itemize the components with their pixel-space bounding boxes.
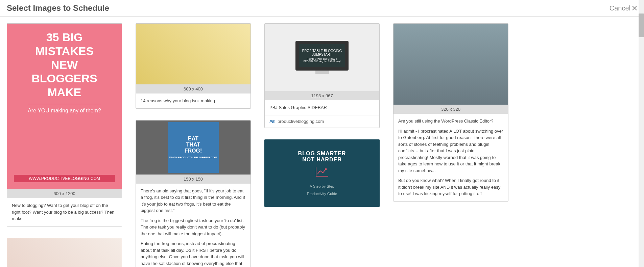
thumb-text: WWW.PRODUCTIVEBLOGGING.COM — [14, 175, 115, 182]
source-icon: PB — [269, 119, 275, 124]
thumb-text: MISTAKES — [35, 44, 94, 58]
modal-header: Select Images to Schedule Cancel — [0, 0, 644, 17]
scrollbar-handle[interactable] — [639, 14, 644, 37]
dimensions-label: 150 x 150 — [136, 175, 251, 184]
image-card[interactable]: BLOG SMARTER NOT HARDER A Step by Step P… — [264, 139, 380, 207]
thumb-text: 35 BIG — [46, 30, 83, 44]
thumbnail: 35 BIG MISTAKES NEW BLOGGERS MAKE Are YO… — [7, 24, 122, 189]
image-card[interactable]: EAT THAT FROG! WWW.PRODUCTIVEBLOGGING.CO… — [136, 120, 251, 267]
thumbnail: EAT THAT FROG! WWW.PRODUCTIVEBLOGGING.CO… — [136, 121, 251, 175]
dimensions-label: 320 x 320 — [393, 105, 508, 114]
thumb-text: NOT HARDER — [302, 157, 342, 163]
thumbnail: BLOG SMARTER NOT HARDER A Step by Step P… — [264, 139, 380, 207]
thumb-text: MAKE — [47, 85, 81, 99]
image-card[interactable]: 320 x 320 Are you still using the WordPr… — [393, 23, 508, 202]
cancel-label: Cancel — [610, 4, 630, 12]
page-title: Select Images to Schedule — [7, 3, 109, 13]
thumb-text: PROFITABLE blog the RIGHT way! — [302, 60, 342, 62]
desc-paragraph: Eating the frog means, instead of procra… — [141, 240, 246, 267]
card-description: PBJ Sales Graphic SIDEBAR — [265, 100, 379, 115]
card-description: Are you still using the WordPress Classi… — [393, 114, 508, 201]
source-row: PB productiveblogging.com — [265, 115, 379, 128]
image-gallery: 35 BIG MISTAKES NEW BLOGGERS MAKE Are YO… — [0, 17, 644, 267]
thumbnail — [393, 24, 508, 105]
card-description: New to blogging? Want to get your blog o… — [7, 198, 122, 226]
dimensions-label: 600 x 1200 — [7, 189, 122, 198]
card-description: 14 reasons why your blog isn't making — [136, 94, 251, 108]
thumb-text: WWW.PRODUCTIVEBLOGGING.COM — [169, 156, 217, 159]
vertical-scrollbar[interactable] — [639, 0, 644, 267]
cancel-button[interactable]: Cancel — [610, 4, 637, 12]
thumb-text: BLOG SMARTER — [298, 151, 346, 157]
thumb-text: How to START and GROW a — [302, 58, 342, 60]
desc-paragraph: The frog is the biggest ugliest task on … — [141, 217, 246, 237]
desc-paragraph: But do you know what? When I finally got… — [398, 177, 503, 197]
thumb-text: EAT — [188, 136, 198, 142]
thumb-text: NEW — [51, 58, 78, 72]
close-icon — [632, 5, 637, 11]
image-card[interactable]: PROFITABLE BLOGGING JUMPSTART How to STA… — [264, 23, 380, 128]
desc-paragraph: Are you still using the WordPress Classi… — [398, 118, 503, 125]
image-card[interactable]: 35 BIG MISTAKES NEW BLOGGERS MAKE Are YO… — [7, 23, 122, 226]
thumb-text: A Step by Step — [310, 184, 334, 188]
thumb-text: BLOGGERS — [31, 72, 97, 85]
thumb-text: JUMPSTART — [302, 53, 342, 56]
dimensions-label: 600 x 400 — [136, 84, 251, 94]
desc-paragraph: I'll admit - I procrastinated A LOT abou… — [398, 128, 503, 174]
image-card[interactable]: 600 x 400 How to edit a blog post (by an… — [7, 238, 122, 267]
thumb-text: Productivity Guide — [307, 192, 337, 196]
thumbnail — [7, 238, 122, 267]
source-domain: productiveblogging.com — [278, 119, 324, 124]
desc-paragraph: There's an old saying that goes, "If it'… — [141, 188, 246, 214]
thumbnail: PROFITABLE BLOGGING JUMPSTART How to STA… — [265, 24, 379, 91]
card-description: There's an old saying that goes, "If it'… — [136, 184, 251, 267]
thumb-text: PROFITABLE BLOGGING — [302, 49, 342, 53]
thumb-text: Are YOU making any of them? — [28, 104, 101, 114]
image-card[interactable]: 600 x 400 14 reasons why your blog isn't… — [136, 23, 251, 109]
chart-icon — [315, 167, 329, 177]
thumb-text: THAT — [186, 142, 200, 148]
thumb-text: FROG! — [185, 148, 202, 154]
dimensions-label: 1193 x 967 — [265, 91, 379, 100]
thumbnail — [136, 24, 251, 84]
